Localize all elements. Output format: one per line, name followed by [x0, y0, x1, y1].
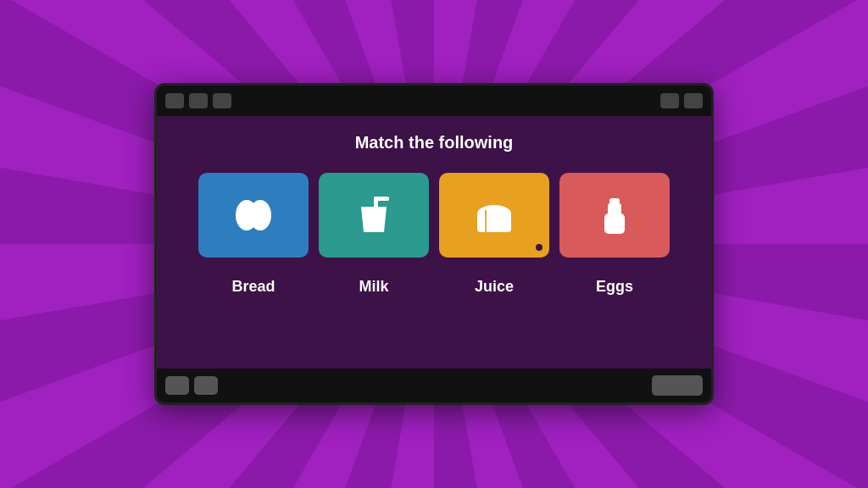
bottom-btn-next[interactable]: [652, 375, 703, 396]
svg-rect-11: [606, 219, 623, 222]
milk-bottle-icon: [589, 190, 640, 241]
question-title: Match the following: [355, 133, 514, 152]
bread-icon: [469, 190, 520, 241]
titlebar-right-buttons: [660, 93, 703, 108]
label-bread: Bread: [198, 271, 309, 302]
connector-dot: [536, 244, 542, 251]
label-juice: Juice: [439, 271, 549, 302]
svg-point-1: [249, 200, 271, 230]
juice-cup-icon: [348, 190, 399, 241]
eggs-icon: [228, 190, 279, 241]
bottom-btn-2[interactable]: [194, 376, 218, 395]
titlebar-btn-5[interactable]: [684, 93, 703, 108]
svg-rect-8: [604, 214, 625, 234]
titlebar-btn-2[interactable]: [189, 93, 208, 108]
svg-rect-7: [477, 214, 486, 232]
titlebar-btn-3[interactable]: [213, 93, 231, 108]
cards-row: [198, 173, 670, 258]
svg-rect-10: [609, 198, 620, 205]
card-2[interactable]: [319, 173, 429, 258]
card-3[interactable]: [439, 173, 549, 258]
bottom-btn-1[interactable]: [165, 376, 189, 395]
titlebar-btn-4[interactable]: [660, 93, 679, 108]
svg-rect-3: [374, 197, 389, 201]
bottombar: [157, 369, 711, 402]
titlebar-btn-1[interactable]: [165, 93, 184, 108]
card-4[interactable]: [559, 173, 670, 258]
card-1[interactable]: [198, 173, 309, 258]
label-milk: Milk: [319, 271, 429, 302]
label-eggs: Eggs: [559, 271, 670, 302]
quiz-content: Match the following: [157, 116, 711, 369]
titlebar: [157, 86, 711, 116]
quiz-window: Match the following: [154, 83, 714, 405]
svg-rect-9: [608, 203, 621, 215]
labels-row: Bread Milk Juice Eggs: [198, 271, 670, 302]
